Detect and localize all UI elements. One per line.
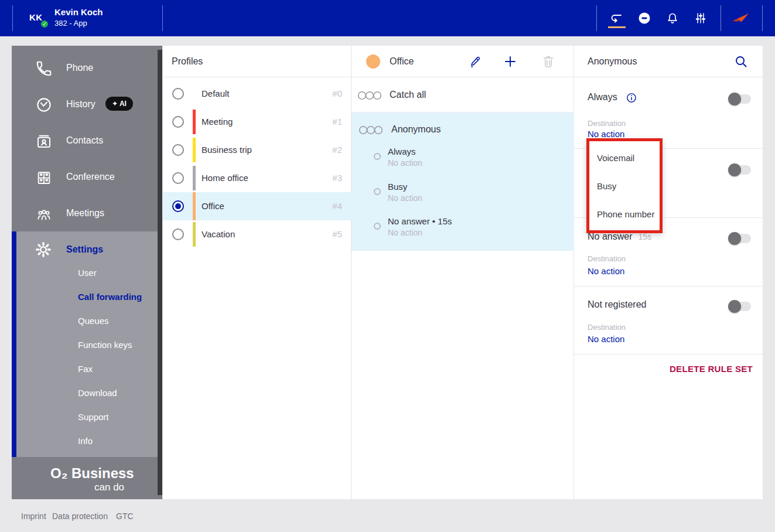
group-circles-icon [359,123,384,137]
meetings-icon [35,205,53,223]
dropdown-option-busy[interactable]: Busy [597,181,655,191]
dropdown-option-phone-number[interactable]: Phone number [597,209,655,219]
profile-number: #1 [332,117,342,127]
settings-item-info[interactable]: Info [78,436,93,446]
rule-dot-icon [374,153,381,160]
not-registered-toggle[interactable] [730,302,751,311]
ruleset-title: Office [390,56,414,67]
call-forwarding-icon[interactable] [609,11,623,25]
sidebar-item-label: Contacts [66,135,103,146]
profile-row-default[interactable]: Default #0 [163,80,351,108]
radio-icon[interactable] [172,116,184,128]
subrule-busy[interactable]: Busy No action [351,178,574,213]
destination-value-link[interactable]: No action [588,266,624,276]
notifications-bell-icon[interactable] [665,11,680,25]
sidebar-scrollbar[interactable] [158,50,162,495]
profile-number: #2 [332,145,342,155]
detail-title: Anonymous [588,56,637,67]
profile-number: #5 [332,229,342,239]
history-icon [35,96,53,114]
brand-arrow-icon[interactable] [731,9,750,27]
sidebar-item-label: Conference [66,172,115,182]
rule-subtitle: No action [388,158,422,168]
user-name: Kevin Koch [54,7,103,17]
brand-logo: O₂ Business can do [12,457,162,499]
brand-tagline: can do [94,482,124,493]
detail-header: Anonymous [574,46,763,77]
brand-name: O₂ Business [50,465,134,482]
rule-group-anonymous-selected[interactable]: Anonymous Always No action Busy No actio… [351,112,574,251]
rule-duration: 15s [638,232,651,241]
online-status-icon: ✓ [40,19,49,29]
sidebar-item-phone[interactable]: Phone [12,50,162,87]
rule-subtitle: No action [388,228,422,237]
subrule-no-answer[interactable]: No answer • 15s No action [351,213,574,247]
profile-row-business-trip[interactable]: Business trip #2 [163,136,351,164]
sidebar-item-label: Phone [66,63,93,73]
profile-row-vacation[interactable]: Vacation #5 [163,220,351,248]
divider [596,5,597,31]
info-icon[interactable] [626,92,637,104]
profile-name: Office [202,201,224,211]
divider [574,286,763,287]
profile-row-meeting[interactable]: Meeting #1 [163,108,351,136]
sidebar-item-label: Meetings [66,208,104,219]
do-not-disturb-icon[interactable] [637,11,651,25]
destination-label: Destination [588,254,626,263]
profile-name: Home office [202,173,248,183]
radio-selected-icon[interactable] [172,200,184,212]
add-rule-group-icon[interactable] [503,54,517,69]
radio-icon[interactable] [172,144,184,156]
profile-color-bar [193,166,196,190]
settings-item-user[interactable]: User [78,268,97,278]
subrule-always[interactable]: Always No action [351,143,574,178]
sidebar-item-meetings[interactable]: Meetings [12,196,162,232]
busy-toggle[interactable] [730,165,751,175]
profiles-header: Profiles [163,46,351,77]
profile-name: Meeting [202,117,233,127]
profile-name: Business trip [202,145,252,155]
radio-icon[interactable] [172,229,184,240]
always-toggle[interactable] [730,94,751,104]
destination-value-link[interactable]: No action [588,334,624,344]
destination-value-link[interactable]: No action [588,129,624,139]
settings-item-fax[interactable]: Fax [78,364,93,374]
group-label: Catch all [390,90,426,100]
dropdown-option-voicemail[interactable]: Voicemail [597,153,655,163]
profile-row-office[interactable]: Office #4 [163,192,351,220]
radio-icon[interactable] [172,172,184,184]
rule-group-catch-all[interactable]: Catch all [351,79,574,112]
profile-number: #4 [332,201,342,211]
edit-pencil-icon[interactable] [469,54,483,69]
settings-item-call-forwarding[interactable]: Call forwarding [78,292,142,302]
settings-item-function-keys[interactable]: Function keys [78,340,132,350]
rule-always-title: Always [588,92,617,103]
profile-row-home-office[interactable]: Home office #3 [163,164,351,192]
app-window: KK ✓ Kevin Koch 382 - App [0,0,775,532]
footer-link-imprint[interactable]: Imprint [21,511,46,521]
user-extension: 382 - App [54,19,87,28]
sidebar-item-settings[interactable]: Settings [66,244,103,255]
no-answer-toggle[interactable] [730,234,751,243]
gear-icon [34,240,53,259]
settings-item-support[interactable]: Support [78,412,109,422]
trash-icon[interactable] [541,54,555,69]
footer-link-gtc[interactable]: GTC [116,511,134,521]
sidebar-item-conference[interactable]: Conference [12,159,162,196]
profile-color-bar [193,192,196,220]
delete-rule-set-button[interactable]: DELETE RULE SET [670,364,753,374]
sliders-icon[interactable] [694,11,708,25]
divider [12,5,13,31]
radio-icon[interactable] [172,88,184,100]
divider [762,5,763,31]
active-section-bar [12,231,16,457]
settings-item-download[interactable]: Download [78,388,117,398]
profiles-column: Profiles Default #0 Meeting #1 [163,46,351,499]
search-icon[interactable] [734,54,748,69]
settings-item-queues[interactable]: Queues [78,316,109,326]
top-bar: KK ✓ Kevin Koch 382 - App [0,0,775,36]
sidebar-item-contacts[interactable]: Contacts [12,123,162,159]
divider [574,354,763,354]
sidebar-item-history[interactable]: History ✦ AI [12,87,162,123]
footer-link-data-protection[interactable]: Data protection [52,511,108,521]
